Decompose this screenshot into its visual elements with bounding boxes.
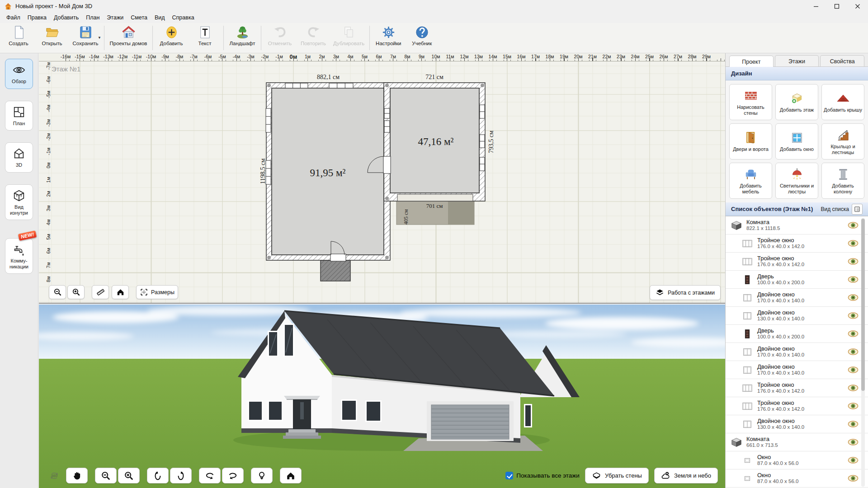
menu-plan[interactable]: План: [82, 13, 103, 22]
work-with-floors-button[interactable]: Работа с этажами: [650, 285, 721, 300]
3d-home-button[interactable]: [280, 468, 302, 483]
object-row[interactable]: Двойное окно170.0 x 40.0 x 140.0: [726, 289, 868, 307]
visibility-eye-icon[interactable]: [848, 239, 859, 247]
object-row[interactable]: Комната661.0 x 713.5: [726, 433, 868, 451]
menu-add[interactable]: Добавить: [50, 13, 82, 22]
visibility-eye-icon[interactable]: [848, 330, 859, 338]
tab-properties[interactable]: Свойства: [820, 55, 864, 66]
open-project-button[interactable]: Открыть: [35, 23, 69, 53]
object-row[interactable]: Двойное окно130.0 x 40.0 x 140.0: [726, 307, 868, 325]
visibility-eye-icon[interactable]: [848, 221, 859, 229]
object-row[interactable]: Тройное окно176.0 x 40.0 x 142.0: [726, 235, 868, 253]
object-row[interactable]: Тройное окно176.0 x 40.0 x 142.0: [726, 397, 868, 415]
sidebar-item-communications[interactable]: NEW! Комму-никации: [5, 238, 33, 274]
dimensions-toggle-button[interactable]: Размеры: [136, 285, 178, 299]
sidebar-item-3d[interactable]: 3D: [5, 142, 33, 173]
visibility-eye-icon[interactable]: [848, 402, 859, 410]
entrance-porch[interactable]: [321, 260, 350, 281]
visibility-eye-icon[interactable]: [848, 312, 859, 319]
3d-view[interactable]: 360 Показывать все этажи У: [39, 305, 725, 488]
ground-sky-button[interactable]: Земля и небо: [654, 468, 718, 483]
sidebar-item-plan[interactable]: План: [5, 101, 33, 131]
tab-project[interactable]: Проект: [729, 56, 774, 67]
tilt-up-button[interactable]: [147, 468, 169, 483]
settings-button[interactable]: Настройки: [372, 23, 405, 53]
measure-button[interactable]: [92, 285, 109, 299]
double-window[interactable]: [480, 157, 485, 171]
visibility-eye-icon[interactable]: [848, 348, 859, 356]
lights-chandeliers-button[interactable]: Светильники и люстры: [775, 163, 818, 199]
minimize-button[interactable]: [806, 0, 826, 12]
triple-window[interactable]: [285, 83, 308, 88]
duplicate-button[interactable]: Дублировать: [330, 23, 368, 53]
objects-scrollbar[interactable]: [861, 218, 865, 487]
triple-window[interactable]: [329, 83, 353, 88]
object-row[interactable]: Окно87.0 x 40.0 x 56.0: [726, 451, 868, 469]
maximize-button[interactable]: [826, 0, 847, 12]
object-row[interactable]: Двойное окно170.0 x 40.0 x 140.0: [726, 343, 868, 361]
3d-zoom-out-button[interactable]: [95, 468, 117, 483]
rotate-360-button[interactable]: 360: [45, 468, 63, 483]
plan-home-button[interactable]: [112, 285, 129, 299]
porch-stairs-button[interactable]: Крыльцо и лестницы: [821, 123, 864, 160]
list-view-button[interactable]: [852, 204, 863, 215]
show-all-floors-control[interactable]: Показывать все этажи: [505, 472, 580, 479]
undo-button[interactable]: Отменить: [263, 23, 297, 53]
tilt-down-button[interactable]: [170, 468, 192, 483]
object-row[interactable]: Комната822.1 x 1118.5: [726, 216, 868, 235]
visibility-eye-icon[interactable]: [848, 276, 859, 283]
sidebar-item-interior-view[interactable]: Вид изнутри: [5, 184, 33, 220]
show-all-floors-checkbox[interactable]: [505, 472, 513, 479]
visibility-eye-icon[interactable]: [848, 474, 859, 482]
plan-zoom-in-button[interactable]: [67, 285, 85, 299]
object-row[interactable]: Дверь100.0 x 40.0 x 200.0: [726, 271, 868, 289]
menu-edit[interactable]: Правка: [24, 13, 50, 22]
house-projects-button[interactable]: Проекты домов: [106, 23, 151, 53]
redo-button[interactable]: Повторить: [297, 23, 330, 53]
lighting-button[interactable]: [251, 468, 273, 483]
orbit-right-button[interactable]: [222, 468, 244, 483]
save-button[interactable]: Сохранить ▼: [69, 23, 102, 53]
pan-button[interactable]: [66, 468, 88, 483]
visibility-eye-icon[interactable]: [848, 438, 859, 446]
menu-floors[interactable]: Этажи: [103, 13, 127, 22]
tab-floors[interactable]: Этажи: [775, 55, 819, 66]
visibility-eye-icon[interactable]: [848, 294, 859, 301]
landscape-button[interactable]: Ландшафт: [226, 23, 259, 53]
doors-gates-button[interactable]: Двери и ворота: [729, 123, 772, 160]
add-furniture-button[interactable]: Добавить мебель: [729, 163, 772, 199]
add-column-button[interactable]: Добавить колонну: [821, 163, 864, 199]
object-row[interactable]: Двойное окно170.0 x 40.0 x 140.0: [726, 361, 868, 379]
double-window[interactable]: [384, 108, 390, 118]
garage-opening[interactable]: [397, 194, 473, 201]
draw-walls-button[interactable]: Нарисовать стены: [729, 84, 772, 120]
orbit-left-button[interactable]: [199, 468, 221, 483]
add-window-button[interactable]: Добавить окно: [775, 123, 818, 160]
triple-window[interactable]: [266, 160, 271, 184]
double-window[interactable]: [384, 121, 390, 132]
visibility-eye-icon[interactable]: [848, 258, 859, 265]
double-window[interactable]: [480, 135, 485, 148]
floor-plan-drawing[interactable]: 882,1 см 721 см 1198,5 см 793,5 см 701 с…: [39, 53, 725, 304]
save-dropdown-arrow[interactable]: ▼: [98, 36, 101, 40]
scrollbar-thumb[interactable]: [861, 219, 865, 391]
visibility-eye-icon[interactable]: [848, 384, 859, 392]
plan-zoom-out-button[interactable]: [49, 285, 66, 299]
new-project-button[interactable]: Создать: [2, 23, 35, 53]
object-row[interactable]: Тройное окно176.0 x 40.0 x 142.0: [726, 253, 868, 271]
menu-file[interactable]: Файл: [3, 13, 24, 22]
object-row[interactable]: Дверь100.0 x 40.0 x 200.0: [726, 325, 868, 343]
plan-view[interactable]: -16м-15м-14м-13м-12м-11м-10м-9м-8м-7м-6м…: [39, 53, 725, 304]
add-object-button[interactable]: Добавить: [155, 23, 188, 53]
object-row[interactable]: Двойное окно130.0 x 40.0 x 140.0: [726, 415, 868, 433]
object-row[interactable]: Тройное окно176.0 x 40.0 x 142.0: [726, 379, 868, 397]
double-window[interactable]: [480, 105, 485, 118]
text-button[interactable]: Текст: [188, 23, 222, 53]
3d-zoom-in-button[interactable]: [118, 468, 140, 483]
visibility-eye-icon[interactable]: [848, 456, 859, 464]
tutorial-button[interactable]: Учебник: [405, 23, 439, 53]
menu-view[interactable]: Вид: [151, 13, 169, 22]
menu-estimate[interactable]: Смета: [127, 13, 151, 22]
add-roof-button[interactable]: Добавить крышу: [821, 84, 864, 120]
object-row[interactable]: Окно87.0 x 40.0 x 56.0: [726, 469, 868, 488]
